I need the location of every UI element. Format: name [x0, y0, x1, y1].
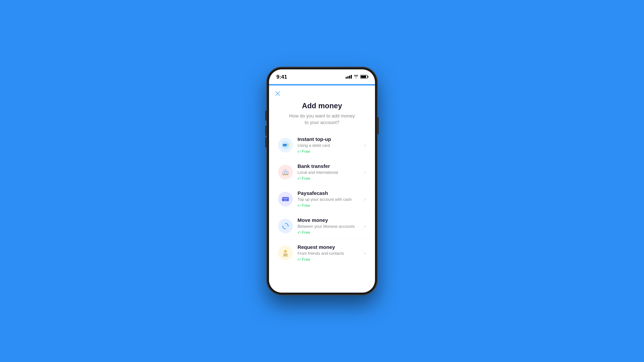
close-button[interactable] [269, 85, 286, 99]
svg-point-7 [283, 145, 284, 146]
status-icons [346, 74, 368, 79]
move-money-badge: Free [298, 230, 310, 235]
paysafecash-text: Paysafecash Top up your account with cas… [298, 190, 364, 208]
svg-point-16 [286, 174, 288, 175]
phone-device: 9:41 [267, 67, 377, 295]
status-time: 9:41 [276, 74, 287, 80]
signal-icon [346, 75, 352, 79]
screen-wrapper: Add money How do you want to add moneyto… [269, 84, 375, 293]
request-money-icon [278, 246, 293, 260]
svg-rect-12 [285, 172, 286, 174]
menu-item-request-money[interactable]: Request money From friends and contacts … [274, 240, 370, 267]
move-money-chevron: › [364, 223, 366, 229]
app-content: Add money How do you want to add moneyto… [269, 85, 375, 293]
svg-rect-28 [283, 253, 288, 257]
svg-rect-4 [283, 144, 287, 145]
svg-point-23 [284, 250, 287, 253]
request-money-subtitle: From friends and contacts [298, 251, 364, 256]
move-money-icon [278, 219, 293, 233]
paysafecash-icon: Paysafe: cash [278, 192, 293, 206]
svg-rect-11 [283, 172, 284, 174]
svg-marker-10 [282, 169, 288, 171]
menu-list: Instant top-up Using a debit card Free › [269, 132, 375, 267]
menu-item-bank-transfer[interactable]: Bank transfer Local and international Fr… [274, 159, 370, 186]
instant-topup-badge: Free [298, 149, 310, 154]
phone-screen: 9:41 [269, 69, 375, 293]
bank-transfer-chevron: › [364, 169, 366, 175]
accent-bar [269, 84, 375, 85]
instant-topup-icon [278, 138, 293, 152]
move-money-title: Move money [298, 217, 364, 223]
wifi-icon [354, 74, 358, 79]
instant-topup-subtitle: Using a debit card [298, 143, 364, 148]
bank-transfer-text: Bank transfer Local and international Fr… [298, 163, 364, 181]
bank-transfer-title: Bank transfer [298, 163, 364, 169]
svg-text:Paysafe:: Paysafe: [282, 197, 288, 199]
page-header: Add money How do you want to add moneyto… [269, 99, 375, 132]
request-money-badge: Free [298, 257, 310, 262]
page-title: Add money [279, 102, 365, 110]
svg-point-15 [285, 174, 286, 175]
instant-topup-text: Instant top-up Using a debit card Free [298, 136, 364, 154]
battery-icon [360, 75, 368, 79]
paysafecash-subtitle: Top up your account with cash [298, 197, 364, 202]
svg-point-14 [283, 174, 284, 175]
move-money-text: Move money Between your Monese accounts … [298, 217, 364, 235]
bank-transfer-icon [278, 165, 293, 179]
instant-topup-title: Instant top-up [298, 136, 364, 142]
status-bar: 9:41 [269, 69, 375, 84]
svg-text:cash: cash [284, 199, 287, 201]
paysafecash-title: Paysafecash [298, 190, 364, 196]
menu-item-paysafecash[interactable]: Paysafe: cash Paysafecash Top up your ac… [274, 186, 370, 213]
request-money-title: Request money [298, 244, 364, 250]
page-subtitle: How do you want to add moneyto your acco… [279, 113, 365, 126]
move-money-subtitle: Between your Monese accounts [298, 224, 364, 229]
svg-rect-13 [287, 172, 288, 174]
bank-transfer-badge: Free [298, 176, 310, 181]
request-money-text: Request money From friends and contacts … [298, 244, 364, 262]
menu-item-instant-topup[interactable]: Instant top-up Using a debit card Free › [274, 132, 370, 159]
instant-topup-chevron: › [364, 142, 366, 148]
menu-item-move-money[interactable]: Move money Between your Monese accounts … [274, 213, 370, 240]
paysafecash-badge: Free [298, 203, 310, 208]
request-money-chevron: › [364, 250, 366, 256]
bank-transfer-subtitle: Local and international [298, 170, 364, 175]
paysafecash-chevron: › [364, 196, 366, 202]
